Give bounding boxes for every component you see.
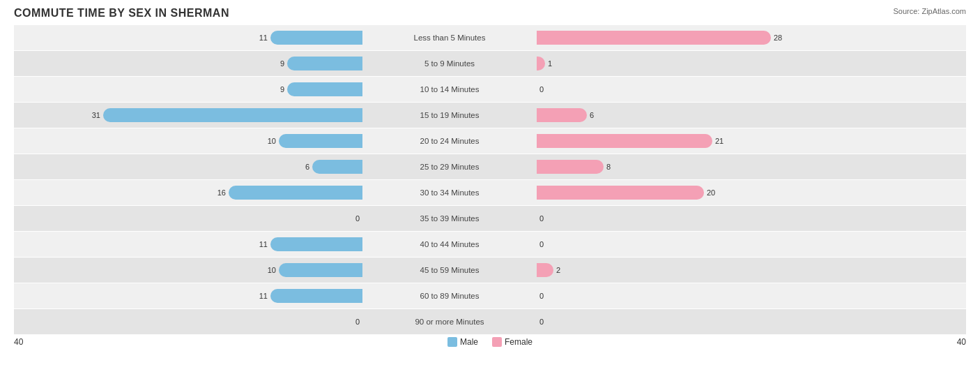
- male-value: 11: [259, 33, 268, 42]
- bar-row: 16 30 to 34 Minutes 20: [14, 180, 966, 205]
- left-half: 16: [14, 180, 362, 205]
- center-label: 30 to 34 Minutes: [362, 188, 537, 197]
- male-value: 11: [259, 240, 268, 248]
- axis-row: 40 Male Female 40: [14, 337, 966, 347]
- center-label: 10 to 14 Minutes: [362, 85, 537, 94]
- left-half: 31: [14, 103, 362, 128]
- male-value: 31: [92, 111, 100, 119]
- bar-row: 31 15 to 19 Minutes 6: [14, 103, 966, 128]
- male-value: 0: [355, 214, 360, 223]
- left-half: 9: [14, 77, 362, 102]
- male-bar: [103, 108, 362, 122]
- left-half: 11: [14, 283, 362, 308]
- right-half: 1: [537, 51, 885, 76]
- male-value: 9: [280, 85, 284, 94]
- bar-row: 0 90 or more Minutes 0: [14, 309, 966, 334]
- legend-female-box: [492, 337, 502, 347]
- center-label: 25 to 29 Minutes: [362, 163, 537, 171]
- center-label: 40 to 44 Minutes: [362, 240, 537, 248]
- left-half: 0: [14, 206, 362, 231]
- legend-female-label: Female: [505, 337, 533, 347]
- bar-row: 0 35 to 39 Minutes 0: [14, 206, 966, 231]
- male-bar: [312, 160, 362, 174]
- bar-row: 11 60 to 89 Minutes 0: [14, 283, 966, 308]
- right-half: 6: [537, 103, 885, 128]
- center-label: 35 to 39 Minutes: [362, 214, 537, 223]
- bar-row: 10 20 to 24 Minutes 21: [14, 128, 966, 154]
- legend-male-label: Male: [460, 337, 478, 347]
- center-label: 5 to 9 Minutes: [362, 59, 537, 68]
- male-value: 10: [268, 137, 276, 145]
- female-bar: [537, 160, 604, 174]
- bar-row: 6 25 to 29 Minutes 8: [14, 154, 966, 179]
- female-value: 21: [715, 137, 723, 145]
- left-half: 11: [14, 232, 362, 257]
- male-value: 11: [259, 292, 268, 300]
- female-bar: [537, 108, 587, 122]
- female-value: 6: [590, 111, 594, 119]
- male-value: 16: [217, 188, 226, 197]
- female-value: 2: [556, 266, 560, 274]
- center-label: Less than 5 Minutes: [362, 33, 537, 42]
- right-half: 2: [537, 258, 885, 283]
- male-value: 0: [355, 318, 360, 326]
- female-value: 0: [539, 85, 544, 94]
- left-half: 10: [14, 258, 362, 283]
- legend-female: Female: [492, 337, 533, 347]
- center-label: 15 to 19 Minutes: [362, 111, 537, 119]
- female-bar: [537, 134, 712, 148]
- male-bar: [279, 134, 362, 148]
- legend-male-box: [447, 337, 457, 347]
- right-half: 0: [537, 206, 885, 231]
- female-value: 28: [774, 33, 782, 42]
- male-value: 6: [305, 163, 309, 171]
- male-bar: [287, 57, 362, 70]
- male-bar: [270, 31, 362, 45]
- center-label: 90 or more Minutes: [362, 318, 537, 326]
- female-bar: [537, 57, 545, 70]
- female-value: 1: [548, 59, 552, 68]
- left-half: 9: [14, 51, 362, 76]
- right-half: 8: [537, 154, 885, 179]
- female-value: 0: [539, 318, 544, 326]
- axis-right-value: 40: [957, 337, 966, 347]
- axis-left-value: 40: [14, 337, 23, 347]
- left-half: 6: [14, 154, 362, 179]
- right-half: 0: [537, 309, 885, 334]
- bar-row: 9 5 to 9 Minutes 1: [14, 51, 966, 76]
- female-bar: [537, 263, 553, 277]
- male-value: 9: [280, 59, 284, 68]
- right-half: 0: [537, 77, 885, 102]
- female-value: 0: [539, 214, 544, 223]
- male-bar: [270, 237, 362, 251]
- legend-male: Male: [447, 337, 478, 347]
- left-half: 11: [14, 25, 362, 50]
- left-half: 10: [14, 128, 362, 154]
- male-bar: [287, 82, 362, 96]
- left-half: 0: [14, 309, 362, 334]
- female-value: 20: [707, 188, 715, 197]
- female-value: 0: [539, 240, 544, 248]
- female-bar: [537, 31, 771, 45]
- right-half: 21: [537, 128, 885, 154]
- bar-row: 10 45 to 59 Minutes 2: [14, 258, 966, 283]
- female-value: 0: [539, 292, 544, 300]
- female-value: 8: [606, 163, 611, 171]
- axis-left: 40: [14, 337, 422, 347]
- male-value: 10: [268, 266, 276, 274]
- chart-container: COMMUTE TIME BY SEX IN SHERMAN Source: Z…: [0, 0, 980, 365]
- bar-row: 9 10 to 14 Minutes 0: [14, 77, 966, 102]
- chart-rows: 11 Less than 5 Minutes 28 9 5 to 9 Minut…: [14, 25, 966, 334]
- legend: Male Female: [422, 337, 558, 347]
- bar-row: 11 Less than 5 Minutes 28: [14, 25, 966, 50]
- male-bar: [229, 186, 362, 200]
- center-label: 60 to 89 Minutes: [362, 292, 537, 300]
- axis-right: 40: [558, 337, 966, 347]
- right-half: 28: [537, 25, 885, 50]
- male-bar: [270, 289, 362, 303]
- bar-row: 11 40 to 44 Minutes 0: [14, 232, 966, 257]
- source-text: Source: ZipAtlas.com: [893, 7, 966, 15]
- female-bar: [537, 186, 704, 200]
- right-half: 0: [537, 283, 885, 308]
- right-half: 0: [537, 232, 885, 257]
